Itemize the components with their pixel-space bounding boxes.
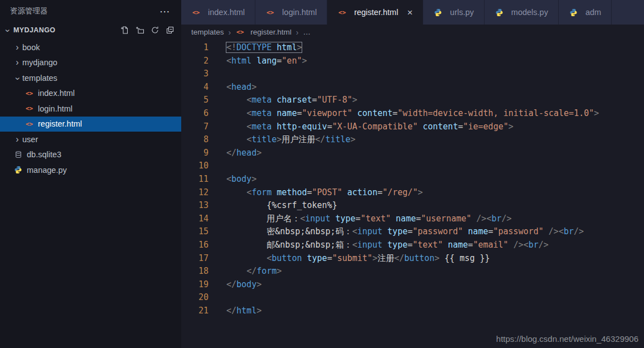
code-line[interactable]: </form>: [226, 265, 644, 278]
explorer-sidebar: 资源管理器 ⋯ › MYDJANGO ›book›mydjango: [0, 0, 181, 348]
line-number: 1: [181, 41, 209, 55]
sidebar-item-manage.py[interactable]: manage.py: [0, 162, 181, 178]
html-file-icon: <>: [337, 9, 347, 16]
html-file-icon: <>: [25, 90, 34, 97]
breadcrumb-item[interactable]: templates: [191, 28, 224, 36]
line-number: 11: [181, 173, 209, 186]
refresh-icon[interactable]: [151, 26, 159, 35]
code-line[interactable]: <head>: [226, 81, 644, 94]
python-icon: [495, 8, 504, 17]
file-tree: ›book›mydjango›templates<>index.html<>lo…: [0, 38, 181, 178]
line-number: 21: [181, 304, 209, 318]
tab-models.py[interactable]: models.py: [485, 0, 559, 25]
code-line[interactable]: <meta http-equiv="X-UA-Compatible" conte…: [226, 120, 644, 134]
html-file-icon: <>: [25, 105, 34, 112]
line-number: 15: [181, 225, 209, 239]
sidebar-item-mydjango[interactable]: ›mydjango: [0, 55, 181, 71]
line-numbers: 123456789101112131415161718192021: [181, 41, 218, 348]
tab-login.html[interactable]: <>login.html: [255, 0, 327, 25]
tab-label: register.html: [354, 8, 398, 17]
breadcrumb-label: …: [303, 28, 311, 36]
code-line[interactable]: <title>用户注册</title>: [226, 133, 644, 147]
code-line[interactable]: [226, 67, 644, 81]
chevron-right-icon: ›: [13, 58, 21, 67]
line-number: 13: [181, 199, 209, 212]
breadcrumb-item[interactable]: …: [303, 28, 311, 36]
html-file-icon: <>: [191, 9, 201, 16]
html-file-icon: <>: [265, 9, 275, 16]
code-line[interactable]: [226, 160, 644, 173]
tab-adm[interactable]: adm: [559, 0, 612, 25]
more-actions-icon[interactable]: ⋯: [159, 6, 171, 17]
code-line[interactable]: 密&nbsp;&nbsp;码：<input type="password" na…: [226, 225, 644, 239]
tab-label: models.py: [511, 8, 548, 17]
chevron-right-icon: ›: [13, 135, 21, 144]
breadcrumb-separator: ›: [229, 28, 231, 37]
python-icon: [13, 166, 23, 174]
line-number: 8: [181, 133, 209, 147]
database-icon: [13, 151, 23, 158]
line-number: 18: [181, 265, 209, 278]
sidebar-item-db.sqlite3[interactable]: db.sqlite3: [0, 147, 181, 163]
code-line[interactable]: <meta name="viewport" content="width=dev…: [226, 107, 644, 120]
watermark: https://blog.csdn.net/weixin_46329906: [496, 334, 638, 344]
breadcrumb-item[interactable]: <>register.html: [235, 28, 292, 36]
sidebar-item-login.html[interactable]: <>login.html: [0, 101, 181, 117]
line-number: 5: [181, 94, 209, 107]
code-line[interactable]: [226, 291, 644, 304]
tab-index.html[interactable]: <>index.html: [181, 0, 255, 25]
selection-highlight: <!DOCTYPE html>: [226, 42, 302, 52]
python-icon: [433, 8, 443, 17]
new-folder-icon[interactable]: [135, 26, 144, 35]
python-icon: [569, 8, 578, 17]
code-line[interactable]: <form method="POST" action="/reg/">: [226, 186, 644, 200]
code-editor[interactable]: 123456789101112131415161718192021 <!DOCT…: [181, 40, 644, 348]
explorer-actions: [120, 26, 175, 35]
breadcrumb-label: register.html: [250, 28, 292, 36]
breadcrumb-label: templates: [191, 28, 224, 36]
chevron-right-icon: ›: [13, 43, 21, 52]
code-line[interactable]: {%csrf_token%}: [226, 199, 644, 212]
tab-label: urls.py: [450, 8, 474, 17]
file-label: mydjango: [22, 58, 57, 67]
tab-label: index.html: [208, 8, 245, 17]
sidebar-item-index.html[interactable]: <>index.html: [0, 86, 181, 102]
code-line[interactable]: <html lang="en">: [226, 55, 644, 68]
tab-urls.py[interactable]: urls.py: [423, 0, 485, 25]
code-line[interactable]: <button type="submit">注册</button> {{ msg…: [226, 252, 644, 265]
code-line[interactable]: </head>: [226, 147, 644, 160]
close-icon[interactable]: ×: [407, 8, 413, 17]
file-label: index.html: [38, 89, 75, 98]
tab-bar: <>index.html<>login.html<>register.html×…: [181, 0, 644, 25]
sidebar-item-templates[interactable]: ›templates: [0, 70, 181, 86]
vscode-window: 资源管理器 ⋯ › MYDJANGO ›book›mydjango: [0, 0, 644, 348]
line-number: 14: [181, 212, 209, 226]
project-root-row[interactable]: › MYDJANGO: [0, 22, 181, 38]
line-number: 2: [181, 55, 209, 68]
sidebar-item-book[interactable]: ›book: [0, 40, 181, 55]
code-line[interactable]: 邮&nbsp;&nbsp;箱：<input type="text" name="…: [226, 239, 644, 252]
chevron-down-icon: ›: [13, 75, 22, 83]
code-line[interactable]: </html>: [226, 304, 644, 318]
new-file-icon[interactable]: [120, 26, 129, 35]
sidebar-item-register.html[interactable]: <>register.html: [0, 117, 181, 132]
explorer-header: 资源管理器 ⋯: [0, 0, 181, 22]
file-label: user: [22, 135, 38, 144]
sidebar-item-user[interactable]: ›user: [0, 132, 181, 147]
tab-register.html[interactable]: <>register.html×: [327, 0, 423, 25]
code-line[interactable]: <body>: [226, 173, 644, 186]
tab-label: adm: [585, 8, 601, 17]
code-line[interactable]: 用户名：<input type="text" name="username" /…: [226, 212, 644, 226]
line-number: 19: [181, 278, 209, 292]
code-line[interactable]: </body>: [226, 278, 644, 292]
tab-label: login.html: [282, 8, 317, 17]
line-number: 9: [181, 147, 209, 160]
line-number: 4: [181, 81, 209, 94]
collapse-all-icon[interactable]: [166, 26, 175, 35]
line-number: 16: [181, 239, 209, 252]
file-label: register.html: [38, 119, 82, 128]
breadcrumb[interactable]: templates›<>register.html›…: [181, 25, 644, 40]
code-line[interactable]: <!DOCTYPE html>: [226, 41, 644, 55]
code-content[interactable]: <!DOCTYPE html><html lang="en"><head> <m…: [218, 41, 644, 348]
code-line[interactable]: <meta charset="UTF-8">: [226, 94, 644, 107]
